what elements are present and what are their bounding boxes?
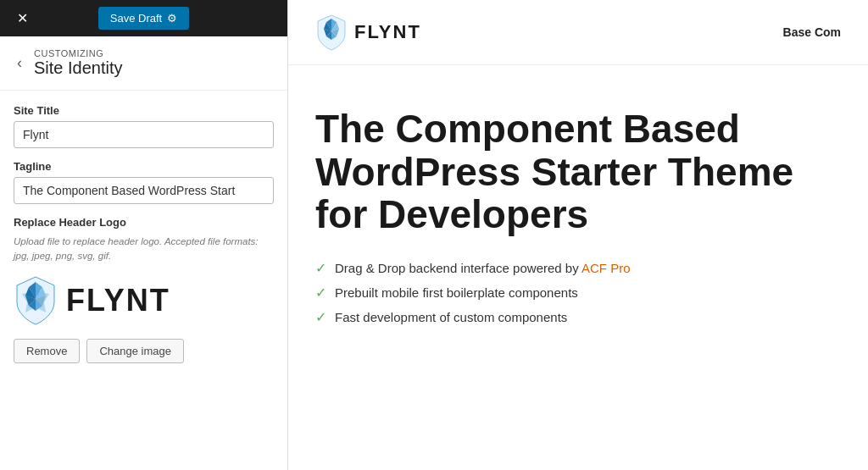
close-button[interactable]: ✕ — [10, 7, 34, 30]
flynt-logo-icon — [14, 275, 58, 326]
logo-wordmark: FLYNT — [66, 283, 170, 318]
site-logo-icon — [315, 14, 348, 51]
logo-actions: Remove Change image — [14, 339, 274, 363]
logo-preview: FLYNT — [14, 275, 274, 326]
breadcrumb-sub-label: Customizing — [34, 48, 123, 58]
breadcrumb-title: Site Identity — [34, 58, 123, 78]
site-logo-area: FLYNT — [315, 14, 421, 51]
feature-item-2: ✓ Prebuilt mobile first boilerplate comp… — [315, 285, 841, 301]
replace-logo-group: Replace Header Logo Upload file to repla… — [14, 216, 274, 363]
site-header: FLYNT Base Com — [288, 0, 868, 65]
customizer-panel: ✕ Save Draft ⚙ ‹ Customizing Site Identi… — [0, 0, 288, 470]
acf-pro-link[interactable]: ACF Pro — [581, 261, 631, 275]
save-draft-button[interactable]: Save Draft ⚙ — [98, 7, 189, 30]
tagline-label: Tagline — [14, 160, 274, 173]
feature-item-1: ✓ Drag & Drop backend interface powered … — [315, 260, 841, 276]
site-title-group: Site Title — [14, 104, 274, 148]
tagline-group: Tagline — [14, 160, 274, 204]
hero-section: The Component Based WordPress Starter Th… — [288, 65, 868, 470]
remove-logo-button[interactable]: Remove — [14, 339, 80, 363]
preview-panel: FLYNT Base Com The Component Based WordP… — [288, 0, 868, 470]
back-button[interactable]: ‹ — [14, 54, 25, 72]
replace-logo-desc: Upload file to replace header logo. Acce… — [14, 235, 274, 264]
breadcrumb-bar: ‹ Customizing Site Identity — [0, 36, 287, 91]
feature-item-3: ✓ Fast development of custom components — [315, 309, 841, 325]
check-icon-1: ✓ — [315, 260, 326, 276]
site-logo-text: FLYNT — [354, 21, 421, 43]
features-list: ✓ Drag & Drop backend interface powered … — [315, 260, 841, 325]
panel-content: Site Title Tagline Replace Header Logo U… — [0, 91, 287, 377]
tagline-input[interactable] — [14, 177, 274, 204]
breadcrumb: Customizing Site Identity — [34, 48, 123, 78]
feature-text-2: Prebuilt mobile first boilerplate compon… — [335, 285, 578, 300]
check-icon-2: ✓ — [315, 285, 326, 301]
hero-title: The Component Based WordPress Starter Th… — [315, 108, 824, 236]
gear-icon: ⚙ — [167, 12, 177, 25]
top-bar: ✕ Save Draft ⚙ — [0, 0, 287, 36]
feature-text-3: Fast development of custom components — [335, 310, 567, 324]
site-nav-text: Base Com — [783, 25, 841, 39]
check-icon-3: ✓ — [315, 309, 326, 325]
feature-text-1: Drag & Drop backend interface powered by… — [335, 261, 631, 275]
site-title-label: Site Title — [14, 104, 274, 117]
site-title-input[interactable] — [14, 121, 274, 148]
change-image-button[interactable]: Change image — [86, 339, 184, 363]
replace-logo-label: Replace Header Logo — [14, 216, 274, 229]
